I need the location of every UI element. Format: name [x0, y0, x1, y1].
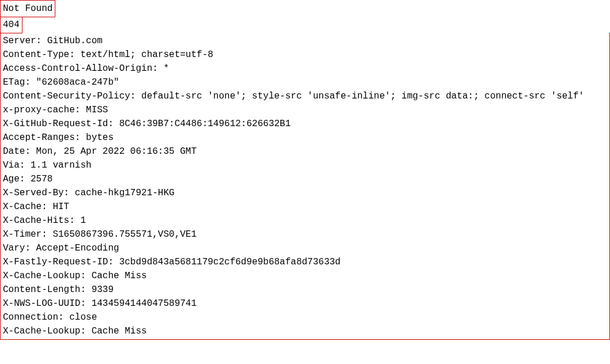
header-line: X-Served-By: cache-hkg17921-HKG: [3, 186, 607, 200]
header-line: X-Cache-Lookup: Cache Miss: [3, 269, 607, 283]
header-line: X-NWS-LOG-UUID: 1434594144047589741: [3, 297, 607, 310]
header-line: Content-Length: 9339: [3, 283, 607, 297]
header-line: Content-Security-Policy: default-src 'no…: [3, 89, 607, 103]
header-line: Via: 1.1 varnish: [3, 158, 607, 172]
header-line: X-GitHub-Request-Id: 8C46:39B7:C4486:149…: [3, 117, 607, 131]
header-line: Date: Mon, 25 Apr 2022 06:16:35 GMT: [3, 145, 607, 158]
header-line: X-Timer: S1650867396.755571,VS0,VE1: [3, 227, 607, 241]
header-line: Vary: Accept-Encoding: [3, 241, 607, 255]
header-line: Content-Type: text/html; charset=utf-8: [3, 48, 607, 62]
status-text: Not Found: [0, 0, 55, 17]
header-line: x-proxy-cache: MISS: [3, 103, 607, 117]
response-headers: Server: GitHub.comContent-Type: text/htm…: [0, 33, 610, 340]
header-line: X-Cache-Lookup: Cache Miss: [3, 324, 607, 338]
header-line: Age: 2578: [3, 172, 607, 186]
header-line: X-Fastly-Request-ID: 3cbd9d843a5681179c2…: [3, 255, 607, 269]
header-line: Accept-Ranges: bytes: [3, 131, 607, 145]
header-line: Access-Control-Allow-Origin: *: [3, 62, 607, 75]
http-response-view: Not Found 404 Server: GitHub.comContent-…: [0, 0, 610, 340]
header-line: ETag: "62608aca-247b": [3, 75, 607, 89]
status-code: 404: [0, 17, 22, 33]
header-line: X-Cache: HIT: [3, 200, 607, 214]
header-line: Server: GitHub.com: [3, 34, 607, 48]
header-line: X-Cache-Hits: 1: [3, 214, 607, 227]
header-line: Connection: close: [3, 310, 607, 324]
